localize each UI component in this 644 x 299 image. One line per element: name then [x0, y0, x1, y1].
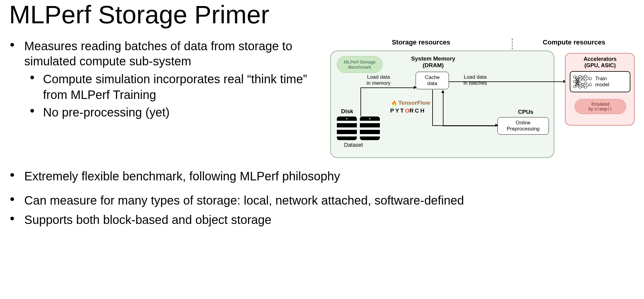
system-memory-label: System Memory (DRAM): [406, 55, 460, 69]
bullet-1a: Compute simulation incorporates real “th…: [43, 71, 318, 103]
svg-point-36: [589, 84, 592, 86]
storage-header: Storage resources: [330, 38, 512, 46]
arrow-segment: [449, 81, 563, 82]
svg-point-26: [573, 85, 576, 88]
arrow-segment: [360, 87, 361, 117]
train-model-label: Trainmodel: [595, 76, 609, 88]
load-in-memory-label: Load datain memory: [367, 74, 390, 86]
online-preprocessing-box: OnlinePreprocessing: [497, 117, 549, 135]
tensorflow-label: TensorFlow: [391, 100, 430, 106]
compute-header: Compute resources: [512, 38, 636, 46]
svg-point-30: [579, 86, 581, 88]
bullet-1: Measures reading batches of data from st…: [24, 38, 318, 120]
bullet-2: Extremely flexible benchmark, following …: [24, 169, 635, 184]
bullet-list-top: Measures reading batches of data from st…: [9, 38, 318, 120]
dataset-label: Dataset: [344, 142, 363, 148]
architecture-diagram: Storage resources Compute resources MLPe…: [330, 38, 636, 159]
bullet-4: Supports both block-based and object sto…: [24, 212, 635, 227]
pytorch-label: PYTORCH: [390, 107, 426, 114]
arrowhead-right-icon: [495, 124, 498, 127]
arrow-segment: [443, 92, 443, 126]
bullet-1b: No pre-processing (yet): [43, 104, 318, 120]
svg-point-25: [573, 80, 576, 83]
svg-point-31: [584, 75, 587, 77]
emulated-sleep-pill: Emulated by sleep(): [575, 99, 626, 114]
accelerators-label: Accelerators(GPU, ASIC): [570, 56, 630, 69]
svg-point-33: [584, 82, 587, 85]
slide-title: MLPerf Storage Primer: [9, 0, 635, 29]
svg-point-27: [579, 75, 581, 77]
mlperf-benchmark-pill: MLPerf Storage Benchmark: [337, 56, 383, 73]
storage-section-box: MLPerf Storage Benchmark System Memory (…: [330, 51, 554, 158]
bullet-list-bottom-2: Can measure for many types of storage: l…: [9, 193, 635, 227]
load-in-batches-label: Load datain batches: [463, 74, 487, 86]
compute-section-box: Accelerators(GPU, ASIC): [565, 53, 635, 126]
svg-point-24: [573, 76, 576, 78]
svg-point-28: [579, 79, 581, 81]
disk-label: Disk: [341, 108, 353, 115]
svg-point-32: [584, 79, 587, 81]
bullet-3: Can measure for many types of storage: l…: [24, 193, 635, 208]
svg-point-29: [579, 82, 581, 85]
arrow-segment: [443, 126, 497, 126]
arrow-segment: [360, 87, 414, 88]
svg-point-34: [584, 86, 587, 88]
bullet-list-bottom: Extremely flexible benchmark, following …: [9, 169, 635, 184]
neural-network-icon: [572, 74, 592, 90]
arrowhead-right-icon: [414, 86, 417, 89]
cache-data-box: Cachedata: [416, 72, 449, 89]
svg-point-35: [589, 77, 592, 80]
train-model-box: Trainmodel: [570, 71, 630, 92]
disk-icon: [337, 117, 380, 140]
cpus-label: CPUs: [518, 109, 533, 115]
arrow-segment: [432, 90, 433, 125]
arrowhead-up-icon: [441, 90, 444, 93]
